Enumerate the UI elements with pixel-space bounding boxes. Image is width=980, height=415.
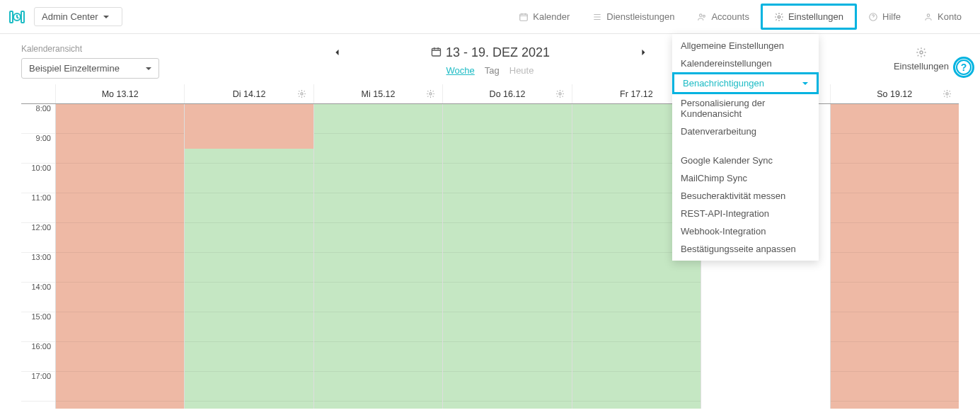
time-label: 9:00 — [21, 134, 55, 164]
user-icon — [923, 12, 933, 22]
gear-icon[interactable] — [916, 47, 927, 58]
next-week-button[interactable] — [635, 44, 652, 61]
time-label: 14:00 — [21, 283, 55, 312]
time-label: 11:00 — [21, 193, 55, 223]
day-column[interactable] — [184, 104, 313, 409]
svg-rect-0 — [10, 11, 13, 23]
menu-item[interactable]: Webhook-Integration — [672, 222, 819, 240]
admin-center-label: Admin Center — [42, 11, 98, 22]
help-icon — [868, 12, 878, 22]
nav-settings-label: Einstellungen — [788, 11, 843, 22]
view-day[interactable]: Tag — [485, 65, 500, 76]
app-logo — [7, 7, 27, 27]
top-nav: Kalender Dienstleistungen Accounts Einst… — [507, 4, 973, 30]
nav-help[interactable]: Hilfe — [857, 6, 912, 28]
svg-point-13 — [559, 93, 561, 95]
day-settings-icon[interactable] — [297, 89, 306, 98]
menu-item[interactable]: Personalisierung der Kundenansicht — [672, 94, 819, 123]
day-settings-icon[interactable] — [942, 89, 952, 98]
gear-icon — [774, 12, 784, 22]
nav-calendar[interactable]: Kalender — [507, 6, 581, 28]
time-label: 17:00 — [21, 372, 55, 402]
admin-center-select[interactable]: Admin Center — [34, 7, 122, 26]
day-column[interactable] — [55, 104, 184, 409]
menu-item[interactable]: Allgemeine Einstellungen — [672, 37, 819, 55]
day-settings-icon[interactable] — [426, 89, 435, 98]
time-label: 12:00 — [21, 223, 55, 253]
view-today[interactable]: Heute — [509, 65, 534, 76]
time-label: 8:00 — [21, 104, 55, 134]
menu-item-notifications[interactable]: Benachrichtigungen — [672, 72, 819, 94]
users-icon — [697, 12, 707, 22]
day-header: Di 14.12 — [184, 84, 313, 103]
calendar-view-select[interactable]: Beispiel Einzeltermine — [21, 58, 159, 79]
date-range: 13 - 19. DEZ 2021 — [446, 45, 550, 60]
day-header: Mo 13.12 — [55, 84, 184, 103]
day-column[interactable] — [313, 104, 442, 409]
svg-rect-1 — [21, 11, 24, 23]
menu-item[interactable]: Datenverarbeitung — [672, 123, 819, 140]
calendar-view-selected: Beispiel Einzeltermine — [29, 63, 120, 74]
svg-point-4 — [700, 13, 703, 16]
time-label: 15:00 — [21, 312, 55, 342]
nav-calendar-label: Kalender — [533, 11, 570, 22]
calendar-icon — [430, 46, 442, 59]
nav-account[interactable]: Konto — [912, 6, 973, 28]
time-label: 13:00 — [21, 253, 55, 283]
time-col-head — [21, 84, 55, 103]
calendar-view-label: Kalenderansicht — [21, 44, 159, 54]
menu-item[interactable]: Google Kalender Sync — [672, 152, 819, 169]
view-week[interactable]: Woche — [446, 65, 475, 76]
day-header: So 19.12 — [830, 84, 959, 103]
settings-dropdown: Allgemeine Einstellungen Kalendereinstel… — [672, 34, 819, 261]
list-icon — [592, 12, 602, 22]
chevron-down-icon — [802, 82, 808, 85]
day-columns — [55, 104, 959, 409]
day-column[interactable] — [442, 104, 571, 409]
day-header: Do 16.12 — [442, 84, 571, 103]
settings-section-label: Einstellungen — [894, 61, 949, 72]
chevron-down-icon — [146, 67, 151, 70]
sub-header: Kalenderansicht Beispiel Einzeltermine 1… — [0, 34, 980, 79]
menu-item[interactable]: MailChimp Sync — [672, 169, 819, 187]
nav-services-label: Dienstleistungen — [606, 11, 674, 22]
day-header: Mi 15.12 — [313, 84, 442, 103]
time-label: 10:00 — [21, 164, 55, 193]
nav-services[interactable]: Dienstleistungen — [581, 6, 686, 28]
svg-point-6 — [778, 16, 780, 18]
menu-divider — [672, 140, 819, 152]
floating-help-button[interactable]: ? — [953, 57, 974, 78]
time-column: 8:00 9:00 10:00 11:00 12:00 13:00 14:00 … — [21, 104, 55, 409]
nav-account-label: Konto — [938, 11, 962, 22]
svg-rect-9 — [432, 48, 440, 56]
date-nav: 13 - 19. DEZ 2021 Woche Tag Heute — [328, 44, 652, 76]
calendar-icon — [519, 12, 529, 22]
day-column[interactable] — [830, 104, 959, 409]
svg-point-12 — [430, 93, 432, 95]
time-label: 16:00 — [21, 342, 55, 372]
nav-accounts[interactable]: Accounts — [686, 6, 760, 28]
topbar: Admin Center Kalender Dienstleistungen A… — [0, 0, 980, 34]
svg-point-15 — [946, 93, 948, 95]
svg-rect-3 — [520, 13, 528, 20]
menu-item[interactable]: Bestätigungsseite anpassen — [672, 240, 819, 258]
nav-help-label: Hilfe — [882, 11, 901, 22]
menu-item[interactable]: Kalendereinstellungen — [672, 55, 819, 72]
view-switch: Woche Tag Heute — [446, 65, 534, 76]
nav-settings[interactable]: Einstellungen — [761, 4, 857, 30]
calendar-view-block: Kalenderansicht Beispiel Einzeltermine — [21, 44, 159, 79]
menu-item[interactable]: Besucheraktivität messen — [672, 187, 819, 205]
day-settings-icon[interactable] — [555, 89, 565, 98]
svg-point-5 — [703, 15, 705, 17]
prev-week-button[interactable] — [328, 44, 345, 61]
svg-point-10 — [920, 51, 923, 54]
svg-point-11 — [301, 93, 303, 95]
svg-point-8 — [927, 13, 930, 16]
menu-item[interactable]: REST-API-Integration — [672, 205, 819, 222]
calendar: Mo 13.12 Di 14.12 Mi 15.12 Do 16.12 Fr 1… — [0, 84, 980, 409]
nav-accounts-label: Accounts — [711, 11, 749, 22]
